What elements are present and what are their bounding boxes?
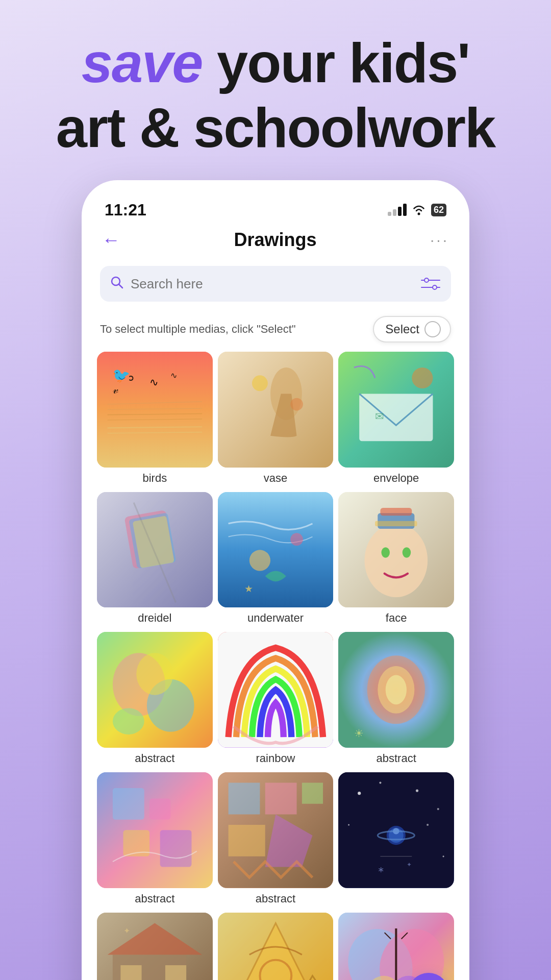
list-item[interactable]: rainbow	[218, 632, 334, 767]
header-save-word: save	[82, 31, 203, 94]
artwork-image-abstract4[interactable]	[218, 772, 334, 888]
artwork-label-birds: birds	[142, 472, 167, 485]
artwork-image-vase[interactable]	[218, 352, 334, 468]
artwork-image-dreidel[interactable]	[97, 492, 213, 608]
battery-icon: 62	[431, 204, 446, 216]
select-toggle-button[interactable]: Select	[373, 316, 451, 342]
svg-text:ↄ: ↄ	[129, 372, 134, 383]
artwork-image-rainbow[interactable]	[218, 632, 334, 748]
svg-rect-37	[375, 521, 417, 526]
list-item[interactable]: abstract	[97, 772, 213, 908]
list-item[interactable]: ✉ envelope	[338, 352, 454, 487]
svg-point-17	[290, 398, 303, 411]
status-icons: 62	[388, 204, 446, 216]
artwork-image-underwater[interactable]: ★	[218, 492, 334, 608]
status-time: 11:21	[105, 201, 146, 219]
list-item[interactable]: ∗ ✦	[338, 772, 454, 908]
svg-point-59	[437, 808, 439, 810]
svg-point-3	[424, 278, 429, 282]
artwork-label-rainbow: rainbow	[256, 752, 295, 765]
list-item[interactable]: abstract	[97, 632, 213, 767]
list-item[interactable]: 👁	[218, 913, 334, 980]
artwork-label-envelope: envelope	[373, 472, 419, 485]
list-item[interactable]: dreidel	[97, 492, 213, 627]
artwork-image-triangle[interactable]: 👁	[218, 913, 334, 980]
svg-point-0	[417, 213, 420, 215]
artwork-label-vase: vase	[264, 472, 287, 485]
svg-point-47	[386, 675, 407, 705]
svg-point-61	[427, 824, 429, 826]
svg-text:∗: ∗	[378, 865, 385, 874]
select-hint-text: To select multiple medias, click "Select…	[100, 323, 296, 336]
artwork-grid-container: 𝓋 ↄ ∿ ∿ birds	[82, 352, 469, 980]
svg-rect-36	[381, 508, 412, 516]
svg-rect-75	[165, 965, 186, 980]
artwork-image-house[interactable]: ✦	[97, 913, 213, 980]
artwork-image-birds[interactable]: 𝓋 ↄ ∿ ∿	[97, 352, 213, 468]
svg-rect-53	[160, 830, 192, 867]
more-button[interactable]: ···	[430, 231, 449, 249]
marketing-header: save your kids' art & schoolwork	[56, 31, 495, 160]
svg-point-41	[136, 653, 173, 695]
artwork-label-underwater: underwater	[247, 611, 304, 625]
svg-point-21	[412, 368, 433, 388]
artwork-label-dreidel: dreidel	[138, 611, 171, 625]
list-item[interactable]: 𝓋 ↄ ∿ ∿ birds	[97, 352, 213, 487]
header-line2: art & schoolwork	[56, 95, 495, 160]
svg-rect-51	[149, 799, 170, 820]
svg-text:👁: 👁	[260, 977, 276, 980]
search-input[interactable]	[131, 276, 413, 292]
artwork-grid: 𝓋 ↄ ∿ ∿ birds	[82, 352, 469, 980]
signal-icon	[388, 204, 407, 216]
select-toggle-label: Select	[385, 322, 419, 336]
header-line1: save your kids'	[56, 31, 495, 95]
artwork-image-butterfly[interactable]	[338, 913, 454, 980]
phone-frame: 11:21 62 ← Drawings ···	[82, 180, 469, 980]
back-button[interactable]: ←	[102, 229, 120, 251]
svg-rect-50	[113, 788, 144, 820]
svg-point-6	[433, 285, 437, 289]
svg-text:∿: ∿	[149, 376, 159, 388]
nav-bar: ← Drawings ···	[82, 224, 469, 261]
svg-text:☀: ☀	[354, 727, 364, 739]
artwork-label-abstract4: abstract	[256, 892, 295, 905]
svg-point-28	[249, 550, 270, 571]
svg-point-62	[443, 855, 444, 857]
artwork-label-abstract1: abstract	[135, 752, 174, 765]
artwork-image-envelope[interactable]: ✉	[338, 352, 454, 468]
artwork-label-abstract2: abstract	[377, 752, 416, 765]
list-item[interactable]	[338, 913, 454, 980]
search-bar[interactable]	[100, 266, 451, 302]
artwork-image-space[interactable]: ∗ ✦	[338, 772, 454, 888]
list-item[interactable]: ✦	[97, 913, 213, 980]
artwork-label-face: face	[386, 611, 407, 625]
svg-point-60	[348, 824, 349, 826]
svg-rect-27	[218, 492, 334, 608]
svg-text:∿: ∿	[170, 371, 177, 380]
list-item[interactable]: ★ underwater	[218, 492, 334, 627]
svg-point-32	[365, 523, 428, 597]
svg-text:✦: ✦	[123, 926, 130, 935]
list-item[interactable]: abstract	[218, 772, 334, 908]
wifi-icon	[412, 204, 426, 215]
artwork-image-face[interactable]	[338, 492, 454, 608]
list-item[interactable]: vase	[218, 352, 334, 487]
svg-point-56	[358, 792, 361, 795]
svg-point-34	[403, 547, 411, 558]
filter-icon[interactable]	[420, 275, 441, 292]
artwork-image-abstract3[interactable]	[97, 772, 213, 888]
svg-point-42	[113, 708, 144, 735]
svg-point-33	[382, 547, 390, 558]
list-item[interactable]: ☀ abstract	[338, 632, 454, 767]
svg-text:𝓋: 𝓋	[113, 383, 118, 396]
list-item[interactable]: face	[338, 492, 454, 627]
svg-rect-74	[120, 965, 141, 980]
svg-text:✦: ✦	[407, 861, 412, 868]
svg-text:★: ★	[244, 583, 253, 594]
select-row: To select multiple medias, click "Select…	[82, 312, 469, 352]
svg-point-58	[416, 790, 418, 792]
search-icon	[110, 276, 123, 292]
header-line1-rest: your kids'	[202, 31, 469, 94]
artwork-image-abstract2[interactable]: ☀	[338, 632, 454, 748]
artwork-image-abstract1[interactable]	[97, 632, 213, 748]
